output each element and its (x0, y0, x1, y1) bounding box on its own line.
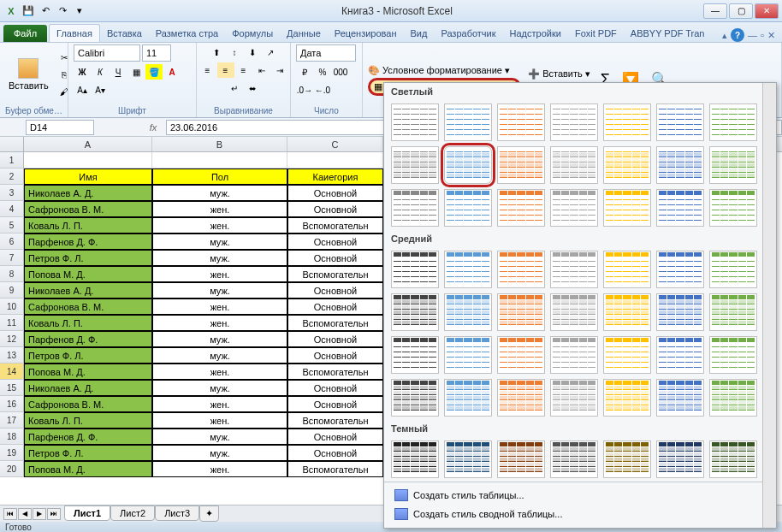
row-header[interactable]: 7 (0, 250, 24, 266)
currency-icon[interactable]: ₽ (296, 64, 313, 80)
table-style-thumb[interactable] (709, 146, 757, 184)
table-style-thumb[interactable] (497, 251, 545, 288)
align-bottom-icon[interactable]: ⬇ (244, 44, 261, 60)
tab-view[interactable]: Вид (404, 25, 435, 42)
table-style-thumb[interactable] (497, 146, 545, 184)
cell[interactable]: Петров Ф. Л. (24, 250, 152, 266)
table-style-thumb[interactable] (603, 146, 651, 184)
paste-button[interactable]: Вставить (5, 56, 52, 92)
align-center-icon[interactable]: ≡ (217, 62, 234, 78)
cell[interactable]: муж. (152, 380, 287, 396)
sheet-tab-1[interactable]: Лист1 (64, 505, 110, 521)
tab-home[interactable]: Главная (49, 24, 100, 42)
table-style-thumb[interactable] (497, 336, 545, 374)
row-header[interactable]: 14 (0, 364, 24, 380)
italic-icon[interactable]: К (92, 64, 109, 80)
row-header[interactable]: 2 (0, 168, 24, 185)
cell[interactable]: Основной (287, 185, 383, 201)
table-style-thumb[interactable] (550, 293, 598, 331)
row-header[interactable]: 12 (0, 331, 24, 347)
undo-icon[interactable]: ↶ (38, 3, 53, 19)
table-style-thumb[interactable] (497, 293, 545, 331)
sheet-nav-prev[interactable]: ◀ (18, 508, 32, 520)
header-cell[interactable]: Имя (24, 168, 152, 185)
cell[interactable]: жен. (152, 461, 287, 477)
cell[interactable]: жен. (152, 364, 287, 380)
table-style-thumb[interactable] (444, 379, 492, 417)
cell[interactable]: Основной (287, 282, 383, 299)
border-icon[interactable]: ▦ (127, 64, 145, 80)
new-pivot-style[interactable]: Создать стиль сводной таблицы... (388, 505, 773, 523)
cell[interactable]: жен. (152, 396, 287, 412)
cell[interactable]: муж. (152, 282, 287, 299)
increase-decimal-icon[interactable]: .0→ (296, 82, 313, 98)
wrap-text-icon[interactable]: ↵ (226, 80, 243, 96)
cell[interactable]: Сафронова В. М. (24, 299, 152, 315)
table-style-thumb[interactable] (709, 251, 757, 288)
cell[interactable]: Основной (287, 445, 383, 461)
tab-formulas[interactable]: Формулы (225, 25, 280, 42)
cell[interactable]: Попова М. Д. (24, 266, 152, 282)
table-style-thumb[interactable] (603, 379, 651, 417)
cell[interactable]: муж. (152, 233, 287, 250)
font-name-combo[interactable]: Calibri (74, 44, 140, 62)
sheet-tab-2[interactable]: Лист2 (110, 505, 155, 521)
align-top-icon[interactable]: ⬆ (208, 44, 225, 60)
cell[interactable]: Основной (287, 429, 383, 445)
row-header[interactable]: 9 (0, 282, 24, 299)
col-header-B[interactable]: B (152, 137, 287, 151)
sheet-tab-3[interactable]: Лист3 (155, 505, 199, 521)
conditional-formatting-button[interactable]: 🎨 Условное форматирование ▾ (368, 65, 521, 76)
cell[interactable]: Основной (287, 331, 383, 347)
font-size-combo[interactable]: 11 (142, 44, 171, 62)
table-style-thumb[interactable] (497, 379, 545, 417)
row-header[interactable]: 16 (0, 396, 24, 412)
table-style-thumb[interactable] (656, 336, 704, 374)
cell[interactable]: муж. (152, 445, 287, 461)
row-header[interactable]: 13 (0, 347, 24, 364)
tab-addins[interactable]: Надстройки (503, 25, 568, 42)
row-header[interactable]: 5 (0, 217, 24, 233)
tab-developer[interactable]: Разработчик (434, 25, 502, 42)
table-style-thumb[interactable] (391, 146, 439, 184)
new-table-style[interactable]: Создать стиль таблицы... (388, 486, 773, 505)
cell[interactable]: муж. (152, 331, 287, 347)
row-header[interactable]: 15 (0, 380, 24, 396)
cell[interactable]: муж. (152, 429, 287, 445)
cell[interactable]: Попова М. Д. (24, 461, 152, 477)
cell[interactable]: Вспомогательн (287, 315, 383, 331)
increase-font-icon[interactable]: A▴ (74, 82, 91, 98)
table-style-thumb[interactable] (709, 293, 757, 331)
cell[interactable]: жен. (152, 266, 287, 282)
table-style-thumb[interactable] (656, 251, 704, 288)
cell[interactable]: Попова М. Д. (24, 364, 152, 380)
cell[interactable]: Основной (287, 396, 383, 412)
fill-color-icon[interactable]: 🪣 (145, 64, 163, 80)
table-style-thumb[interactable] (656, 379, 704, 417)
align-left-icon[interactable]: ≡ (199, 62, 216, 78)
table-style-thumb[interactable] (497, 440, 545, 478)
cell[interactable]: муж. (152, 185, 287, 201)
row-header[interactable]: 17 (0, 412, 24, 429)
save-icon[interactable]: 💾 (21, 3, 36, 19)
table-style-thumb[interactable] (391, 379, 439, 417)
tab-review[interactable]: Рецензирован (328, 25, 404, 42)
doc-close-icon[interactable]: ✕ (767, 30, 775, 41)
table-style-thumb[interactable] (550, 103, 598, 141)
comma-icon[interactable]: 000 (332, 64, 349, 80)
table-style-thumb[interactable] (603, 103, 651, 141)
cell[interactable]: Коваль Л. П. (24, 315, 152, 331)
cell[interactable]: Парфенов Д. Ф. (24, 429, 152, 445)
align-right-icon[interactable]: ≡ (235, 62, 252, 78)
insert-cells-button[interactable]: ➕ Вставить ▾ (528, 68, 590, 80)
table-style-thumb[interactable] (444, 189, 492, 227)
font-color-icon[interactable]: A (163, 64, 181, 80)
sheet-nav-last[interactable]: ⏭ (47, 508, 61, 520)
cell[interactable]: Петров Ф. Л. (24, 445, 152, 461)
cell[interactable] (152, 152, 287, 168)
gallery-scrollbar[interactable] (762, 83, 776, 528)
indent-increase-icon[interactable]: ⇥ (271, 62, 288, 78)
underline-icon[interactable]: Ч (110, 64, 127, 80)
row-header[interactable]: 20 (0, 461, 24, 477)
row-header[interactable]: 3 (0, 185, 24, 201)
